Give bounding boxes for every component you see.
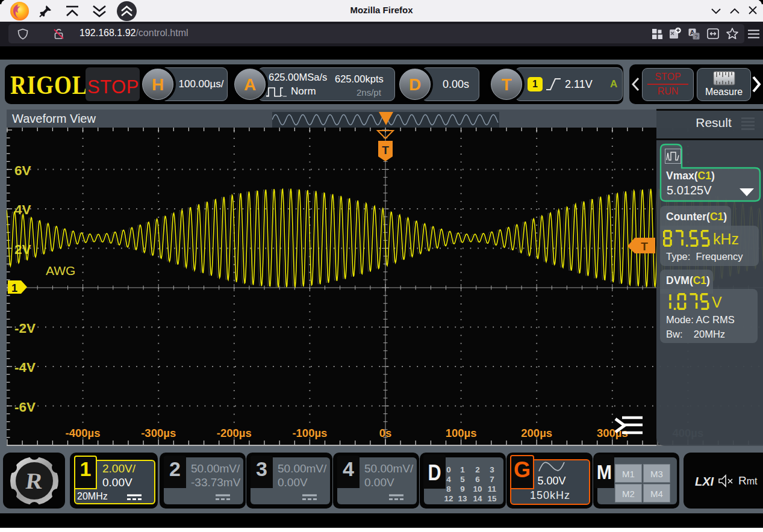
- svg-text:0s: 0s: [379, 427, 392, 439]
- svg-text:200µs: 200µs: [521, 427, 552, 439]
- svg-text:1: 1: [11, 282, 17, 294]
- svg-text:100µs: 100µs: [446, 427, 477, 439]
- svg-text:-6V: -6V: [14, 400, 36, 415]
- svg-text:-2V: -2V: [14, 321, 36, 336]
- svg-text:?: ?: [694, 34, 697, 40]
- svg-text:-300µs: -300µs: [141, 427, 176, 439]
- svg-text:-400µs: -400µs: [66, 427, 101, 439]
- svg-text:T: T: [641, 240, 648, 253]
- svg-text:-100µs: -100µs: [292, 427, 327, 439]
- svg-text:6V: 6V: [14, 163, 31, 178]
- svg-text:-4V: -4V: [14, 360, 36, 375]
- svg-text:-200µs: -200µs: [217, 427, 252, 439]
- svg-text:T: T: [382, 144, 389, 156]
- svg-text:AWG: AWG: [46, 264, 75, 277]
